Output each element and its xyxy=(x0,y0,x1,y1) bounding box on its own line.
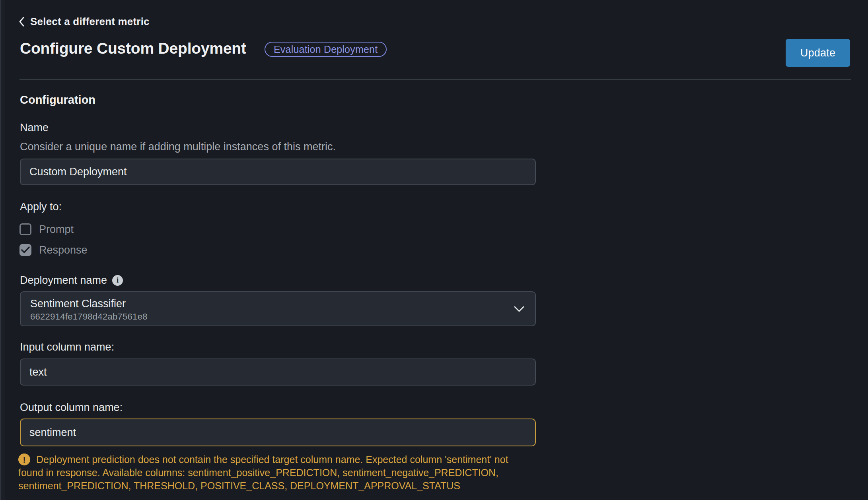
deployment-name-label: Deployment name xyxy=(20,274,107,287)
update-button[interactable]: Update xyxy=(786,39,850,67)
apply-to-response-option[interactable]: Response xyxy=(19,244,88,256)
deployment-name-label-row: Deployment name i xyxy=(20,274,123,286)
prompt-checkbox-label[interactable]: Prompt xyxy=(39,223,74,236)
back-link-label: Select a different metric xyxy=(30,16,150,28)
metric-name-input[interactable] xyxy=(20,159,536,185)
apply-to-label: Apply to: xyxy=(20,201,62,213)
evaluation-deployment-badge: Evaluation Deployment xyxy=(265,42,387,57)
input-column-input[interactable] xyxy=(20,359,536,386)
warning-line: Deployment prediction does not contain t… xyxy=(36,453,508,466)
apply-to-prompt-option[interactable]: Prompt xyxy=(19,223,74,236)
response-checkbox-label[interactable]: Response xyxy=(39,244,88,256)
configure-custom-deployment-page: Select a different metric Configure Cust… xyxy=(0,0,868,500)
page-title: Configure Custom Deployment xyxy=(20,40,246,57)
warning-line: sentiment_PREDICTION, THRESHOLD, POSITIV… xyxy=(18,479,543,492)
input-column-label: Input column name: xyxy=(20,341,114,353)
output-column-input[interactable] xyxy=(20,419,536,446)
chevron-down-icon xyxy=(514,306,525,314)
header-divider xyxy=(19,79,851,80)
selected-deployment-id: 6622914fe1798d42ab7561e8 xyxy=(30,312,148,322)
warning-line: found in response. Available columns: se… xyxy=(18,466,543,479)
response-checkbox[interactable] xyxy=(19,244,31,256)
left-scroll-rail xyxy=(0,0,5,500)
name-field-label: Name xyxy=(20,122,49,134)
chevron-left-icon xyxy=(18,16,25,27)
back-to-metric-selection-link[interactable]: Select a different metric xyxy=(18,15,150,28)
output-column-warning: ! Deployment prediction does not contain… xyxy=(18,453,543,492)
deployment-select-dropdown[interactable]: Sentiment Classifier 6622914fe1798d42ab7… xyxy=(20,291,536,326)
selected-deployment-name: Sentiment Classifier xyxy=(30,298,126,310)
warning-icon: ! xyxy=(18,453,30,465)
info-icon[interactable]: i xyxy=(112,275,123,286)
prompt-checkbox[interactable] xyxy=(19,223,31,235)
configuration-section-title: Configuration xyxy=(20,93,95,107)
checkmark-icon xyxy=(21,246,30,254)
name-field-helper: Consider a unique name if adding multipl… xyxy=(20,141,336,153)
output-column-label: Output column name: xyxy=(20,401,123,414)
